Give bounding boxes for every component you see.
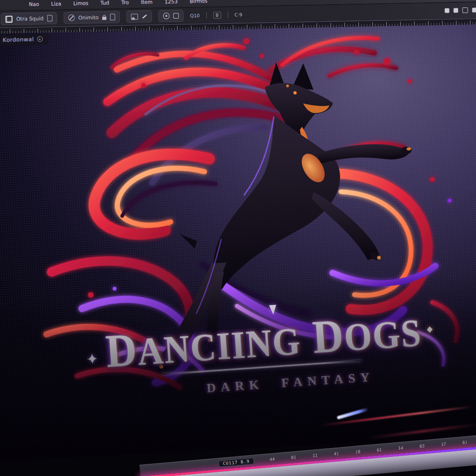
- disable-overlay-icon: [68, 14, 74, 21]
- selection-icon: [6, 15, 13, 22]
- status-label: CU117 8.9: [218, 458, 254, 468]
- toolbar-group-mode[interactable]: Onimito: [63, 11, 120, 24]
- menu-item-6[interactable]: Item: [141, 0, 152, 5]
- panel-toggle-icon-4[interactable]: [472, 8, 476, 13]
- page-icon: [110, 13, 115, 20]
- panel-toggle-icon-3[interactable]: [463, 7, 468, 13]
- toolbar-group-select[interactable]: Otra Squid: [1, 12, 57, 25]
- menu-item-4[interactable]: Tud: [100, 0, 109, 6]
- menu-item-1[interactable]: Nao: [29, 1, 39, 7]
- menu-item-7[interactable]: 1253: [165, 0, 178, 5]
- toolbar-group1-label: Otra Squid: [16, 15, 44, 22]
- left-swirl: [91, 151, 218, 238]
- artwork: ▼ ✦DANCIINGDOGS◆ DARK FANTASY: [0, 3, 476, 462]
- tab-status-icon: [37, 36, 43, 42]
- target-icon: [163, 13, 170, 19]
- image-icon: [131, 13, 138, 20]
- menu-item-2[interactable]: Liza: [51, 0, 61, 7]
- pen-icon: [142, 14, 147, 19]
- menu-item-5[interactable]: Tro: [121, 0, 129, 6]
- title-top-ornament: ▼: [269, 301, 277, 316]
- toolbar-group2-label: Onimito: [78, 14, 99, 21]
- title-word-2: DOGS: [311, 307, 423, 361]
- mane-swirls: [104, 33, 403, 185]
- menu-item-8[interactable]: Birmos: [190, 0, 207, 4]
- shape-icon: [173, 13, 179, 19]
- toolbar-separator: [206, 12, 206, 19]
- toolbar-right-cluster: [445, 7, 476, 13]
- title-left-diamond-icon: ✦: [86, 350, 100, 368]
- lock-icon: [102, 16, 106, 20]
- title-right-diamond-icon: ◆: [427, 324, 434, 334]
- canvas-area[interactable]: ▼ ✦DANCIINGDOGS◆ DARK FANTASY: [0, 3, 476, 462]
- panel-toggle-icon-1[interactable]: [445, 8, 450, 13]
- bold-token[interactable]: B: [213, 12, 221, 19]
- zoom-level-token[interactable]: Q10: [190, 13, 200, 18]
- document-tab-label: Kordonwal: [3, 36, 34, 43]
- document-tab[interactable]: Kordonwal: [0, 33, 48, 46]
- menu-item-3[interactable]: Limos: [73, 0, 88, 7]
- color-token[interactable]: C·9: [234, 12, 242, 17]
- toolbar-group-shapes[interactable]: [159, 10, 184, 22]
- panel-toggle-icon-2[interactable]: [454, 8, 458, 13]
- toolbar-separator-2: [227, 12, 228, 18]
- document-icon: [47, 15, 52, 21]
- toolbar-group-media[interactable]: [126, 10, 152, 23]
